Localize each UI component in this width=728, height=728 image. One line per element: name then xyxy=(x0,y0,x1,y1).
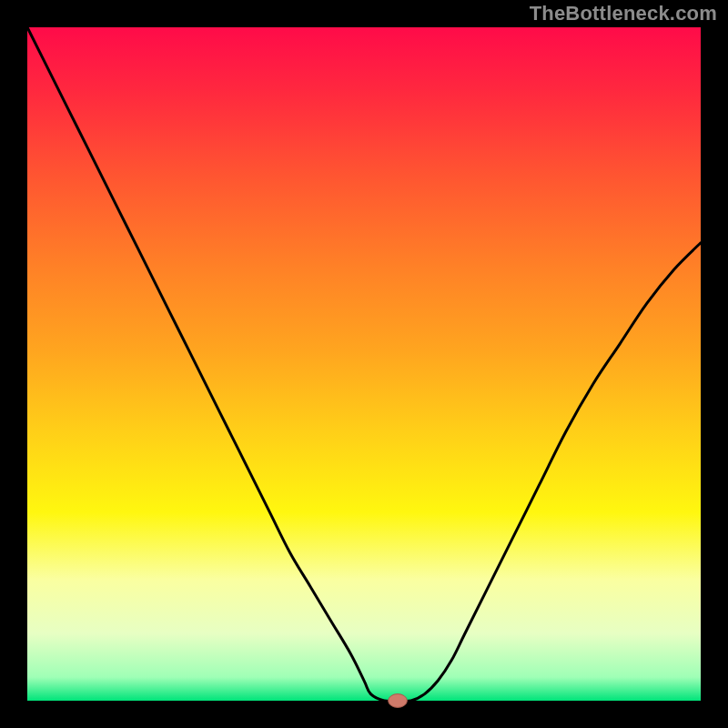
optimal-marker xyxy=(389,694,408,708)
plot-background xyxy=(27,27,701,701)
bottleneck-chart xyxy=(0,0,728,728)
chart-stage: { "watermark": "TheBottleneck.com", "col… xyxy=(0,0,728,728)
watermark-label: TheBottleneck.com xyxy=(530,2,717,25)
